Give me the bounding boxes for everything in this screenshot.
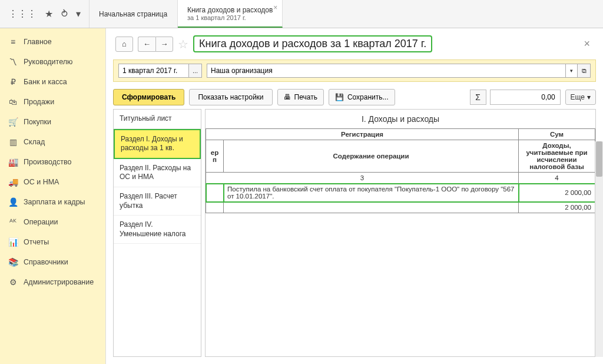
- sidebar-icon: 🏭: [8, 157, 18, 167]
- sidebar-label: Отчеты: [24, 238, 49, 246]
- sidebar-label: Продажи: [24, 98, 54, 106]
- filter-row: ... ▾ ⧉: [113, 59, 596, 82]
- sidebar-icon: 👤: [8, 197, 18, 207]
- row-content: Поступила на банковский счет оплата от п…: [224, 184, 519, 202]
- top-bar: ⋮⋮⋮ ★ ⥁ ▾ Начальная страница Книга доход…: [0, 0, 603, 28]
- col-num-4: 4: [519, 173, 595, 184]
- sidebar-item[interactable]: 🏭Производство: [0, 152, 105, 172]
- sidebar-item[interactable]: 〽Руководителю: [0, 52, 105, 72]
- section-item[interactable]: Титульный лист: [114, 110, 201, 129]
- sidebar-icon: 🛒: [8, 117, 18, 127]
- back-button[interactable]: ←: [138, 37, 155, 52]
- sidebar-icon: 🚚: [8, 177, 18, 187]
- total-sum: 2 000,00: [519, 202, 595, 213]
- period-field: ...: [118, 64, 202, 78]
- sidebar-item[interactable]: ⚙Администрирование: [0, 272, 105, 292]
- print-button[interactable]: 🖶 Печать: [277, 89, 324, 105]
- sidebar-label: Операции: [24, 218, 58, 226]
- sidebar-label: Главное: [24, 38, 52, 46]
- save-icon: 💾: [335, 93, 344, 101]
- period-picker-button[interactable]: ...: [189, 64, 202, 78]
- sidebar-icon: ≡: [8, 37, 18, 47]
- sidebar-item[interactable]: 🛍Продажи: [0, 92, 105, 112]
- content: ⌂ ← → ☆ Книга доходов и расходов за 1 кв…: [106, 28, 603, 364]
- generate-button[interactable]: Сформировать: [113, 89, 184, 105]
- more-label: Еще: [571, 93, 585, 101]
- sidebar-icon: ⚙: [8, 277, 18, 287]
- sidebar-item[interactable]: 📚Справочники: [0, 252, 105, 272]
- sidebar-item[interactable]: ᴬᴷОперации: [0, 212, 105, 232]
- report-area[interactable]: I. Доходы и расходы Регистрация Сум ер п…: [205, 109, 596, 357]
- top-icon-group: ⋮⋮⋮ ★ ⥁ ▾: [0, 0, 90, 28]
- sidebar-label: Покупки: [24, 118, 51, 126]
- apps-icon[interactable]: ⋮⋮⋮: [8, 8, 37, 19]
- sidebar-item[interactable]: ₽Банк и касса: [0, 72, 105, 92]
- table-row-total: 2 000,00: [206, 202, 595, 213]
- sidebar-label: ОС и НМА: [24, 178, 59, 186]
- tab-close-icon[interactable]: ×: [273, 4, 277, 12]
- org-field: ▾ ⧉: [207, 64, 591, 78]
- workspace: Титульный листРаздел I. Доходы и расходы…: [113, 109, 596, 357]
- sidebar-icon: 📊: [8, 237, 18, 247]
- col-income: Доходы, учитываемые при исчислении налог…: [519, 140, 595, 173]
- sidebar-label: Администрирование: [24, 278, 94, 286]
- row-sum: 2 000,00: [519, 184, 595, 202]
- col-content: Содержание операции: [224, 140, 519, 173]
- sidebar-item[interactable]: ▥Склад: [0, 132, 105, 152]
- sidebar-item[interactable]: 🚚ОС и НМА: [0, 172, 105, 192]
- org-input[interactable]: [207, 64, 566, 78]
- section-item[interactable]: Раздел II. Расходы на ОС и НМА: [114, 159, 201, 187]
- sidebar-item[interactable]: 📊Отчеты: [0, 232, 105, 252]
- section-item[interactable]: Раздел III. Расчет убытка: [114, 187, 201, 216]
- sidebar-icon: ▥: [8, 137, 18, 147]
- chevron-down-icon: ▾: [587, 93, 591, 101]
- sidebar-label: Склад: [24, 138, 45, 146]
- sidebar-item[interactable]: 🛒Покупки: [0, 112, 105, 132]
- tab-label-line1: Книга доходов и расходов: [187, 6, 273, 14]
- sidebar-icon: 🛍: [8, 97, 18, 107]
- sidebar-icon: 〽: [8, 57, 18, 67]
- org-open-button[interactable]: ⧉: [578, 64, 591, 78]
- sidebar-label: Зарплата и кадры: [24, 198, 85, 206]
- dropdown-icon[interactable]: ▾: [76, 8, 81, 19]
- sidebar: ≡Главное〽Руководителю₽Банк и касса🛍Прода…: [0, 28, 106, 364]
- sum-input[interactable]: [490, 90, 561, 105]
- save-label: Сохранить...: [347, 93, 389, 101]
- section-item[interactable]: Раздел IV. Уменьшение налога: [114, 216, 201, 244]
- settings-button[interactable]: Показать настройки: [189, 89, 272, 105]
- main: ≡Главное〽Руководителю₽Банк и касса🛍Прода…: [0, 28, 603, 364]
- close-button[interactable]: ×: [584, 38, 594, 50]
- tab-active[interactable]: Книга доходов и расходов за 1 квартал 20…: [178, 0, 283, 28]
- home-button[interactable]: ⌂: [115, 37, 133, 52]
- sections-list: Титульный листРаздел I. Доходы и расходы…: [113, 109, 201, 357]
- favorite-icon[interactable]: ☆: [178, 37, 188, 51]
- forward-button[interactable]: →: [155, 37, 173, 52]
- more-button[interactable]: Еще ▾: [565, 90, 596, 105]
- sidebar-item[interactable]: 👤Зарплата и кадры: [0, 192, 105, 212]
- sidebar-label: Справочники: [24, 258, 68, 266]
- print-label: Печать: [294, 93, 317, 101]
- scrollbar-vertical[interactable]: [595, 141, 603, 357]
- print-icon: 🖶: [284, 93, 291, 101]
- tab-label-line2: за 1 квартал 2017 г.: [187, 14, 273, 21]
- sigma-icon: Σ: [470, 90, 486, 105]
- scrollbar-thumb[interactable]: [596, 141, 602, 177]
- history-icon[interactable]: ⥁: [61, 8, 68, 19]
- tab-home[interactable]: Начальная страница: [90, 0, 178, 28]
- save-button[interactable]: 💾 Сохранить...: [329, 89, 395, 105]
- period-input[interactable]: [118, 64, 189, 78]
- nav-group: ← →: [138, 37, 173, 52]
- toolbar: Сформировать Показать настройки 🖶 Печать…: [106, 85, 603, 109]
- sidebar-item[interactable]: ≡Главное: [0, 32, 105, 52]
- table-row[interactable]: Поступила на банковский счет оплата от п…: [206, 184, 595, 202]
- org-dropdown-button[interactable]: ▾: [566, 64, 578, 78]
- report-table: Регистрация Сум ер п Содержание операции…: [206, 128, 595, 213]
- star-icon[interactable]: ★: [45, 8, 53, 19]
- tabs: Начальная страница Книга доходов и расхо…: [90, 0, 603, 28]
- section-item[interactable]: Раздел I. Доходы и расходы за 1 кв.: [114, 129, 201, 159]
- sidebar-icon: ᴬᴷ: [8, 217, 18, 227]
- sidebar-icon: ₽: [8, 77, 18, 87]
- col-num-3: 3: [206, 173, 519, 184]
- sidebar-label: Банк и касса: [24, 78, 67, 86]
- sidebar-label: Производство: [24, 158, 72, 166]
